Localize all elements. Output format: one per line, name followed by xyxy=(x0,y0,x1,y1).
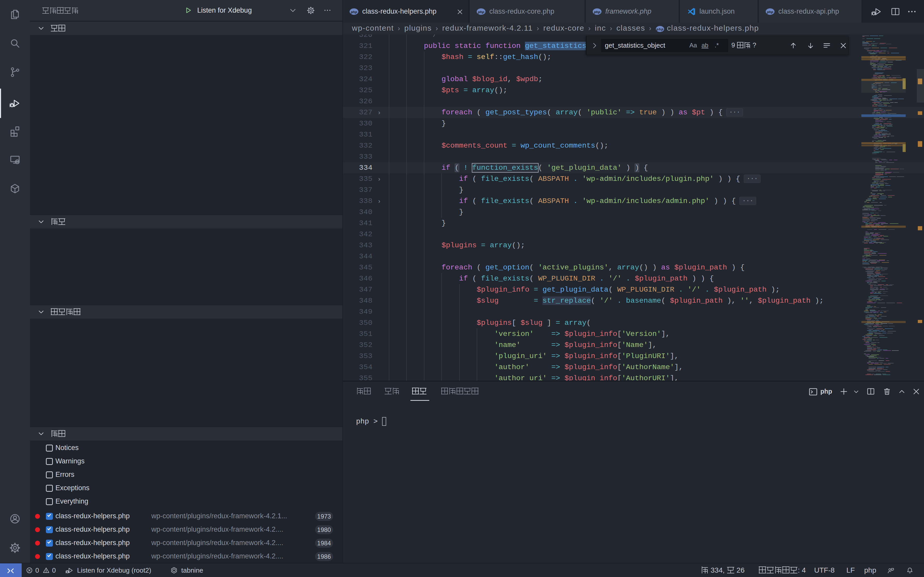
svg-text:php: php xyxy=(594,10,601,14)
svg-text:php: php xyxy=(478,10,485,14)
svg-text:php: php xyxy=(351,10,357,14)
svg-text:php: php xyxy=(656,27,664,31)
svg-text:php: php xyxy=(767,10,774,14)
